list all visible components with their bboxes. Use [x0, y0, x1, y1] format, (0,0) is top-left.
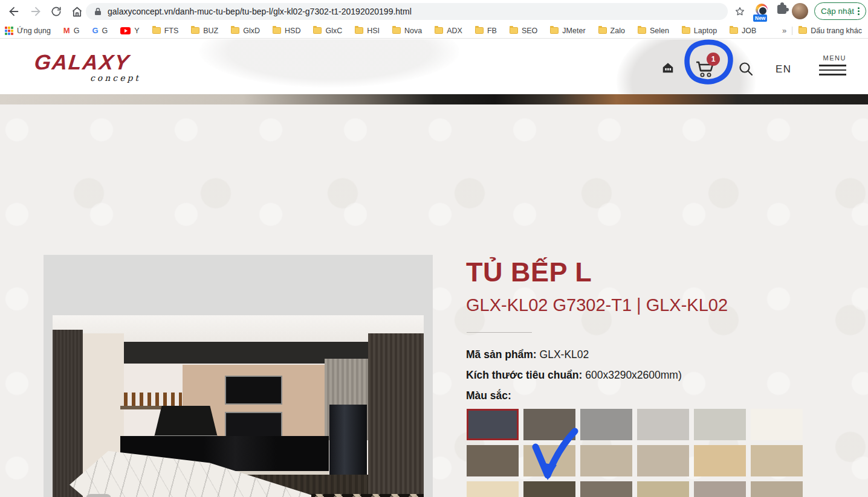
bookmark-star-icon[interactable]: [733, 4, 747, 19]
kitchen-left-pillar: [53, 330, 83, 497]
product-photo[interactable]: [53, 315, 424, 497]
bookmark-label: Zalo: [611, 27, 625, 35]
bookmark-label: Selen: [650, 27, 669, 35]
bookmark-label: HSI: [367, 27, 380, 35]
color-swatch-18[interactable]: [751, 481, 803, 497]
bookmark-item[interactable]: GlxC: [313, 27, 342, 35]
header-banner-shape: [617, 39, 756, 94]
search-icon[interactable]: [738, 61, 754, 79]
product-color-row: Màu sắc:: [466, 390, 511, 402]
folder-icon: [392, 27, 401, 34]
site-logo[interactable]: GALAXY concept: [34, 50, 143, 83]
bookmark-label: Nova: [404, 27, 422, 35]
bookmark-label: ADX: [447, 27, 462, 35]
back-icon[interactable]: [5, 2, 23, 21]
folder-icon: [475, 27, 484, 34]
hamburger-icon: [819, 65, 846, 75]
other-bookmarks[interactable]: Dấu trang khác: [798, 27, 862, 35]
product-subtitle: GLX-KL02 G7302-T1 | GLX-KL02: [466, 295, 728, 315]
product-code-value: GLX-KL02: [540, 348, 589, 361]
color-swatch-12[interactable]: [751, 445, 803, 476]
bookmark-item[interactable]: JMeter: [550, 27, 585, 35]
bookmarks-overflow-icon[interactable]: »: [782, 26, 786, 35]
forward-icon[interactable]: [27, 2, 45, 21]
color-swatch-4[interactable]: [637, 409, 689, 440]
kitchen-display-cabinet: [225, 376, 282, 405]
color-swatch-16[interactable]: [637, 481, 689, 497]
color-swatch-15[interactable]: [580, 481, 632, 497]
color-swatch-17[interactable]: [694, 481, 746, 497]
bookmark-item[interactable]: Laptop: [682, 27, 717, 35]
color-swatch-2[interactable]: [523, 409, 575, 440]
header-banner-shape: [199, 39, 459, 88]
bookmark-item[interactable]: BUZ: [191, 27, 218, 35]
extension-icon[interactable]: [756, 4, 768, 16]
extensions-puzzle-icon[interactable]: [777, 5, 786, 14]
folder-icon: [798, 27, 807, 34]
color-swatch-10[interactable]: [637, 445, 689, 476]
bookmark-item[interactable]: FB: [475, 27, 497, 35]
bookmark-item[interactable]: MG: [63, 26, 80, 35]
color-swatch-7[interactable]: [467, 445, 519, 476]
bookmark-label: G: [74, 27, 80, 35]
bookmark-item[interactable]: Zalo: [598, 27, 625, 35]
cart-count-badge: 1: [707, 53, 720, 66]
page: galaxyconcept.vn/danh-muc-tu-bep/tu-bep-…: [0, 0, 868, 497]
url-text: galaxyconcept.vn/danh-muc-tu-bep/tu-bep-…: [108, 7, 412, 16]
color-swatch-14[interactable]: [523, 481, 575, 497]
folder-icon: [355, 27, 363, 34]
bookmark-label: SEO: [522, 27, 537, 35]
folder-icon: [152, 27, 161, 34]
url-bar[interactable]: galaxyconcept.vn/danh-muc-tu-bep/tu-bep-…: [86, 3, 728, 20]
apps-icon: [5, 27, 13, 35]
bookmark-item[interactable]: Ứng dụng: [5, 27, 51, 35]
product-size-value: 600x3290x2600mm): [585, 369, 682, 381]
color-swatch-6[interactable]: [751, 409, 803, 440]
bookmark-item[interactable]: GlxD: [231, 27, 260, 35]
folder-icon: [730, 27, 738, 34]
folder-icon: [231, 27, 239, 34]
kitchen-range-hood: [154, 406, 218, 437]
color-swatch-5[interactable]: [694, 409, 746, 440]
home-icon[interactable]: [661, 61, 675, 77]
bookmark-label: Laptop: [694, 27, 717, 35]
browser-home-icon[interactable]: [68, 2, 86, 21]
folder-icon: [435, 27, 443, 34]
bookmarks-right: » Dấu trang khác: [782, 23, 862, 38]
menu-button[interactable]: MENU: [819, 54, 846, 79]
bookmark-item[interactable]: HSI: [355, 27, 380, 35]
color-swatch-13[interactable]: [467, 481, 519, 497]
chrome-update-button[interactable]: Cập nhật: [814, 2, 866, 20]
bookmark-item[interactable]: Y: [120, 27, 139, 35]
color-swatch-8[interactable]: [523, 445, 575, 476]
bar-stool: [86, 494, 111, 497]
folder-icon: [510, 27, 518, 34]
bookmark-item[interactable]: ADX: [435, 27, 462, 35]
language-toggle[interactable]: EN: [776, 63, 792, 75]
main-content: TỦ BẾP L GLX-KL02 G7302-T1 | GLX-KL02 Mã…: [0, 104, 868, 497]
folder-icon: [638, 27, 646, 34]
color-swatch-9[interactable]: [580, 445, 632, 476]
bookmark-item[interactable]: HSD: [273, 27, 300, 35]
profile-avatar[interactable]: [792, 3, 808, 19]
divider: [792, 27, 792, 35]
color-swatch-3[interactable]: [580, 409, 632, 440]
bookmark-label: Ứng dụng: [17, 27, 51, 35]
bookmark-item[interactable]: GG: [92, 26, 108, 35]
product-size-row: Kích thước tiêu chuẩn: 600x3290x2600mm): [466, 369, 682, 382]
bookmark-item[interactable]: Selen: [638, 27, 669, 35]
product-code-row: Mã sản phẩm: GLX-KL02: [466, 348, 589, 361]
color-swatch-11[interactable]: [694, 445, 746, 476]
bookmark-item[interactable]: Nova: [392, 27, 422, 35]
color-swatch-1[interactable]: [467, 409, 519, 440]
kitchen-right-pillar: [368, 333, 424, 497]
bookmark-item[interactable]: FTS: [152, 27, 179, 35]
bookmark-label: FB: [487, 27, 497, 35]
product-color-label: Màu sắc:: [466, 390, 511, 402]
bookmark-item[interactable]: SEO: [510, 27, 537, 35]
color-swatch-grid: [467, 409, 803, 497]
refresh-icon[interactable]: [47, 2, 65, 21]
bookmark-label: JMeter: [562, 27, 585, 35]
browser-menu-icon[interactable]: [858, 7, 860, 15]
bookmark-item[interactable]: JOB: [730, 27, 756, 35]
